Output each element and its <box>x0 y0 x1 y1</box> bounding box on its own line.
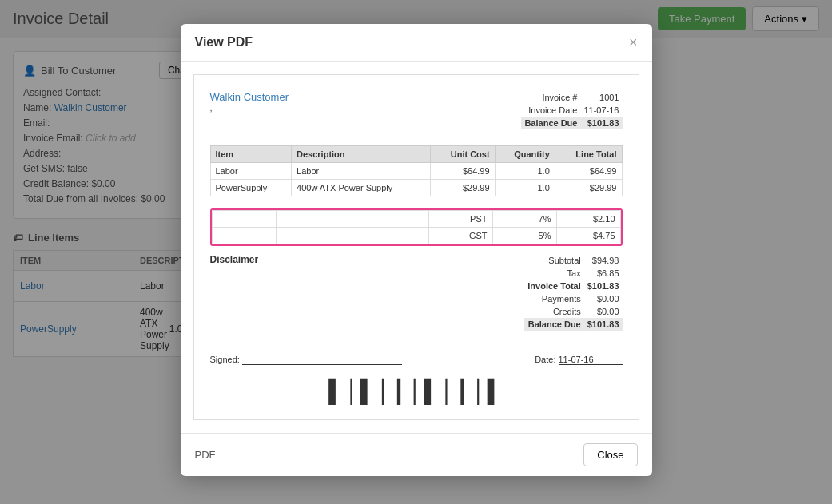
view-pdf-modal: View PDF × Walkin Customer , I <box>181 24 652 476</box>
pdf-line-item: Labor Labor $64.99 1.0 $64.99 <box>210 163 622 180</box>
page-container: Invoice Detail Take Payment Actions ▾ Bi… <box>0 0 832 504</box>
tax-highlight: PST 7% $2.10 GST 5% <box>210 208 623 246</box>
modal-footer: PDF Close <box>181 433 652 476</box>
signature-line <box>242 355 402 365</box>
pdf-preview: Walkin Customer , Invoice # 1001 Invoice <box>193 74 639 420</box>
pdf-header: Walkin Customer , Invoice # 1001 Invoice <box>210 91 623 129</box>
pdf-disclaimer: Disclaimer <box>210 254 259 331</box>
modal-overlay: View PDF × Walkin Customer , I <box>0 0 832 504</box>
modal-close-button[interactable]: × <box>629 35 638 50</box>
pdf-customer-info: Walkin Customer , <box>210 91 289 129</box>
pdf-tax-row: PST 7% $2.10 <box>212 211 620 228</box>
barcode: ▌│▌│┃│▌│┃│▌ <box>210 381 623 403</box>
pdf-bottom: Disclaimer Subtotal $94.98 Tax $6.85 <box>210 254 623 331</box>
pdf-label: PDF <box>195 449 216 461</box>
modal-header: View PDF × <box>181 24 652 62</box>
pdf-line-item: PowerSupply 400w ATX Power Supply $29.99… <box>210 180 622 196</box>
pdf-totals: Subtotal $94.98 Tax $6.85 Invoice Total … <box>524 254 622 331</box>
pdf-signature: Signed: Date: 11-07-16 <box>210 355 623 365</box>
pdf-line-items-table: Item Description Unit Cost Quantity Line… <box>210 145 623 196</box>
modal-title: View PDF <box>195 35 253 50</box>
close-modal-button[interactable]: Close <box>583 443 637 466</box>
pdf-table-container: Item Description Unit Cost Quantity Line… <box>210 145 623 246</box>
pdf-tax-row: GST 5% $4.75 <box>212 228 620 244</box>
pdf-tax-table: PST 7% $2.10 GST 5% <box>212 210 621 244</box>
modal-body: Walkin Customer , Invoice # 1001 Invoice <box>181 62 652 433</box>
pdf-invoice-info: Invoice # 1001 Invoice Date 11-07-16 Bal… <box>521 91 622 129</box>
